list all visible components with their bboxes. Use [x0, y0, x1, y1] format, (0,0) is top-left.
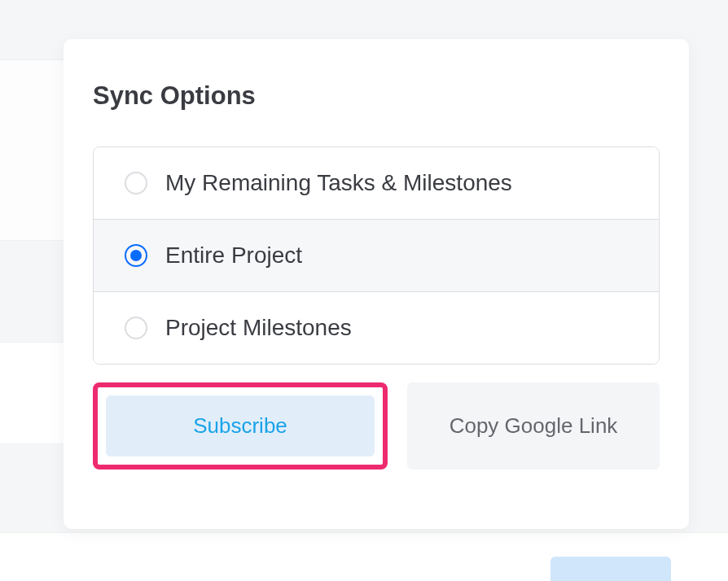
sync-options-list: My Remaining Tasks & Milestones Entire P…	[93, 146, 660, 365]
radio-icon	[125, 244, 147, 267]
radio-icon	[125, 172, 147, 194]
modal-title: Sync Options	[93, 81, 660, 111]
option-my-remaining-tasks[interactable]: My Remaining Tasks & Milestones	[94, 147, 659, 220]
subscribe-button[interactable]: Subscribe	[106, 395, 375, 456]
copy-google-link-button[interactable]: Copy Google Link	[407, 382, 660, 470]
background-blue-box	[550, 557, 671, 581]
option-label: My Remaining Tasks & Milestones	[165, 170, 512, 196]
modal-actions: Subscribe Copy Google Link	[93, 382, 660, 470]
highlight-annotation: Subscribe	[93, 382, 388, 470]
option-entire-project[interactable]: Entire Project	[94, 220, 659, 292]
option-label: Entire Project	[165, 242, 302, 269]
radio-icon	[125, 317, 147, 339]
option-project-milestones[interactable]: Project Milestones	[94, 292, 659, 364]
option-label: Project Milestones	[165, 315, 352, 341]
sync-options-modal: Sync Options My Remaining Tasks & Milest…	[64, 39, 689, 529]
